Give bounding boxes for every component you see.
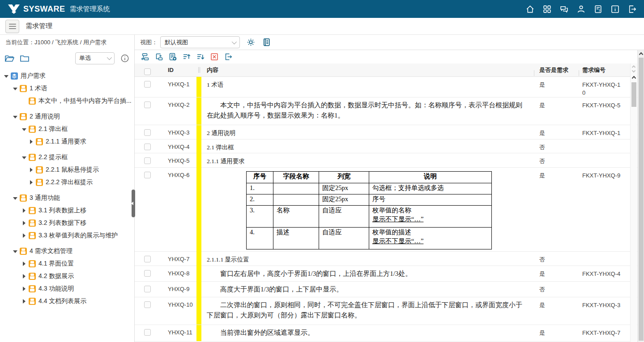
menu-toggle-button[interactable] — [5, 20, 19, 33]
row-checkbox[interactable] — [144, 270, 151, 277]
page-scrollbar-thumb[interactable] — [639, 58, 644, 341]
help-doc-icon[interactable]: ? — [593, 4, 603, 14]
tree-node-root[interactable]: 用户需求 — [3, 70, 134, 82]
expand-arrow-icon[interactable] — [21, 286, 27, 291]
row-checkbox[interactable] — [144, 329, 151, 336]
move-up-button[interactable] — [181, 52, 192, 62]
expand-arrow-icon[interactable] — [29, 167, 34, 173]
collapse-arrow-icon[interactable] — [13, 195, 18, 201]
table-scrollbar[interactable] — [630, 63, 637, 342]
row-checkbox[interactable] — [144, 157, 151, 164]
table-row[interactable]: YHXQ-9 高度大于界面1/3的窗口，上下居中显示。 否 — [135, 282, 644, 297]
row-reqno: FKXT-YHXQ-1 — [579, 125, 636, 140]
tree-node-label: 3 通用功能 — [30, 194, 60, 202]
tree-node[interactable]: 本文中，中括号中内容为平台插... — [3, 95, 134, 107]
select-all-checkbox[interactable] — [144, 68, 151, 75]
row-checkbox[interactable] — [144, 172, 151, 178]
messages-icon[interactable] — [559, 4, 569, 14]
tree-node[interactable]: 2.1.1 通用要求 — [3, 135, 134, 148]
delete-button[interactable] — [209, 52, 219, 62]
user-icon[interactable] — [576, 4, 586, 14]
tree-node[interactable]: 2.1 弹出框 — [3, 123, 134, 135]
scroll-up-icon[interactable] — [631, 75, 636, 80]
gear-icon[interactable] — [246, 38, 256, 47]
row-checkbox[interactable] — [144, 256, 151, 262]
tree-node[interactable]: 4.2 数据展示 — [3, 270, 134, 283]
table-scrollbar-thumb[interactable] — [631, 82, 636, 107]
expand-arrow-icon[interactable] — [21, 220, 27, 226]
table-row[interactable]: YHXQ-11 当前弹出窗外的区域遮罩显示。 是 FKXT-YHXQ-7 — [135, 325, 644, 342]
page-scroll-up-icon[interactable] — [639, 51, 644, 56]
page-scrollbar[interactable] — [637, 50, 644, 342]
info-circle-icon[interactable] — [120, 54, 130, 63]
row-checkbox[interactable] — [144, 144, 151, 150]
tree-node[interactable]: 4 需求文档管理 — [3, 245, 134, 258]
expand-arrow-icon[interactable] — [21, 299, 27, 304]
table-header-row: ID 内容 是否是需求 需求编号 — [135, 63, 644, 77]
expand-arrow-icon[interactable] — [21, 208, 27, 213]
expand-arrow-icon[interactable] — [21, 274, 27, 279]
scroll-up-small-icon[interactable] — [631, 65, 636, 68]
export-button[interactable] — [223, 52, 233, 62]
column-resize-handle[interactable] — [196, 67, 201, 73]
svg-text:?: ? — [598, 8, 600, 13]
add-sibling-button[interactable] — [140, 52, 150, 62]
tree-node[interactable]: 3 通用功能 — [3, 192, 134, 204]
view-select-dropdown[interactable]: 默认视图 — [160, 36, 240, 48]
row-id: YHXQ-8 — [160, 266, 196, 282]
folder-closed-icon[interactable] — [20, 54, 30, 63]
tree-node[interactable]: 1 术语 — [3, 82, 134, 95]
tree-node[interactable]: 2.2.2 弹出框提示 — [3, 176, 134, 189]
table-row[interactable]: YHXQ-5 2.1.1 通用要求 否 — [135, 153, 644, 168]
tree-node[interactable]: 3.3 枚举值列表的展示与维护 — [3, 229, 134, 242]
table-row[interactable]: YHXQ-1 1 术语 是 FKXT-YHXQ-10 — [135, 77, 644, 97]
collapse-arrow-icon[interactable] — [13, 249, 18, 254]
scroll-down-small-icon[interactable] — [631, 69, 636, 73]
tree-node[interactable]: 3.1 列表数据上移 — [3, 204, 134, 217]
table-row[interactable]: YHXQ-4 2.1 弹出框 否 — [135, 139, 644, 153]
apps-icon[interactable] — [542, 4, 552, 14]
expand-arrow-icon[interactable] — [21, 233, 27, 238]
emb-cell — [273, 183, 319, 194]
expand-arrow-icon[interactable] — [29, 139, 34, 144]
home-icon[interactable] — [525, 4, 535, 14]
collapse-arrow-icon[interactable] — [21, 127, 27, 132]
notebook-icon[interactable] — [262, 38, 271, 47]
info-icon[interactable] — [610, 4, 620, 14]
logout-icon[interactable] — [627, 4, 637, 14]
row-checkbox[interactable] — [144, 101, 151, 108]
tree-node[interactable]: 4.3 功能说明 — [3, 283, 134, 295]
collapse-arrow-icon[interactable] — [4, 73, 9, 79]
expand-arrow-icon[interactable] — [21, 261, 27, 266]
row-checkbox[interactable] — [144, 129, 151, 136]
table-row[interactable]: YHXQ-8 窗口左右居中，高度小于界面1/3的窗口，上沿在界面上方1/3处。 … — [135, 266, 644, 282]
tree-node[interactable]: 4.4 文档列表展示 — [3, 295, 134, 308]
table-row[interactable]: YHXQ-2 本文中，中括号中内容为平台插入的数据，数据显示时无中括号。如：名称… — [135, 97, 644, 125]
highlight-bar — [196, 282, 201, 297]
panel-splitter-handle[interactable] — [132, 190, 135, 217]
tree-node[interactable]: 2 通用说明 — [3, 110, 134, 123]
tree-node[interactable]: 2.2 提示框 — [3, 151, 134, 164]
add-doc-button[interactable] — [167, 52, 178, 62]
table-row[interactable]: YHXQ-6 序号 字段名称 列宽 说明 1. 固定25px — [135, 168, 644, 252]
table-row[interactable]: YHXQ-7 2.1.1.1 显示位置 否 — [135, 252, 644, 266]
row-checkbox[interactable] — [144, 81, 151, 88]
select-mode-dropdown[interactable]: 单选 — [75, 52, 115, 64]
table-row[interactable]: YHXQ-10 二次弹出的窗口，原则相同，同时，不可完全盖住下层窗口，界面上沿低… — [135, 297, 644, 325]
folder-open-icon[interactable] — [4, 54, 14, 63]
col-header-id: ID — [160, 67, 196, 73]
tree-node[interactable]: 3.2 列表数据下移 — [3, 217, 134, 229]
collapse-arrow-icon[interactable] — [13, 86, 18, 91]
tree-node[interactable]: 2.2.1 鼠标悬停提示 — [3, 164, 134, 176]
doc-icon — [29, 232, 36, 239]
collapse-arrow-icon[interactable] — [13, 114, 18, 119]
table-row[interactable]: YHXQ-3 2 通用说明 是 FKXT-YHXQ-1 — [135, 125, 644, 139]
collapse-arrow-icon[interactable] — [21, 155, 27, 160]
add-child-button[interactable] — [154, 52, 164, 62]
move-down-button[interactable] — [195, 52, 205, 62]
row-checkbox[interactable] — [144, 301, 151, 308]
doc-icon — [29, 207, 36, 214]
row-checkbox[interactable] — [144, 286, 151, 292]
tree-node[interactable]: 4.1 界面位置 — [3, 258, 134, 270]
expand-arrow-icon[interactable] — [29, 180, 34, 185]
